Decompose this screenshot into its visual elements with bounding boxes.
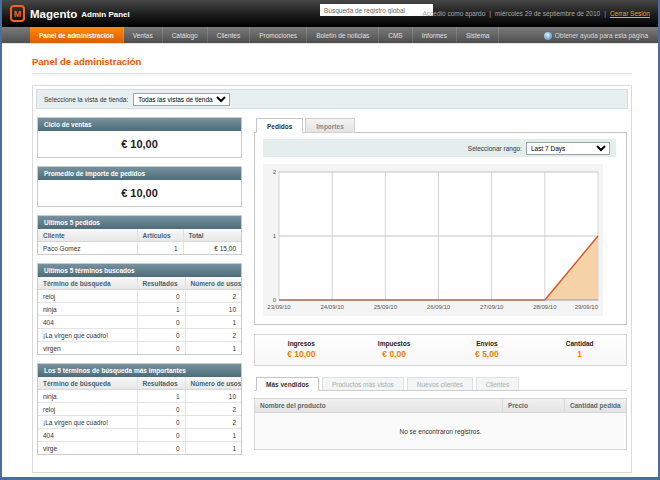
tab-orders[interactable]: Pedidos bbox=[256, 118, 303, 133]
column-header: Cliente bbox=[38, 229, 137, 242]
last-orders-table: Cliente Artículos Total Paco Gomez 1 € 1… bbox=[38, 229, 241, 254]
average-orders-value: € 10,00 bbox=[38, 180, 241, 206]
nav-item-sales[interactable]: Ventas bbox=[124, 27, 163, 43]
top-search-terms-card: Los 5 términos de búsqueda más important… bbox=[37, 363, 242, 455]
column-header: Número de usos bbox=[185, 377, 241, 390]
last-orders-card: Ultimos 5 pedidos Cliente Artículos Tota… bbox=[37, 215, 242, 255]
table-row[interactable]: virge 0 1 bbox=[38, 442, 241, 455]
header-user-info: Accedió como apardo | miércoles 29 de se… bbox=[422, 0, 650, 27]
left-column: Ciclo de ventas € 10,00 Promedio de impo… bbox=[37, 117, 242, 463]
store-switcher-bar: Seleccione la vista de tienda: Todas las… bbox=[36, 89, 628, 109]
svg-text:25/09/10: 25/09/10 bbox=[374, 304, 398, 310]
total-shipping: Envíos € 5,00 bbox=[441, 340, 534, 359]
table-row[interactable]: 404 0 1 bbox=[38, 316, 241, 329]
store-view-select[interactable]: Todas las vistas de tienda bbox=[133, 93, 230, 106]
column-header: Término de búsqueda bbox=[38, 277, 137, 290]
column-header: Total bbox=[183, 229, 241, 242]
separator: | bbox=[604, 10, 606, 17]
orders-chart: 01223/09/1024/09/1025/09/1026/09/1027/09… bbox=[263, 164, 616, 316]
svg-text:24/09/10: 24/09/10 bbox=[320, 304, 344, 310]
svg-text:27/09/10: 27/09/10 bbox=[480, 304, 504, 310]
column-header: Cantidad pedida bbox=[564, 399, 626, 412]
card-title: Los 5 términos de búsqueda más important… bbox=[38, 364, 241, 377]
dashboard-container: Seleccione la vista de tienda: Todas las… bbox=[32, 85, 632, 473]
column-header: Resultados bbox=[137, 277, 185, 290]
magento-admin-window: M Magento Admin Panel Accedió como apard… bbox=[0, 0, 660, 480]
table-row[interactable]: ninja 1 10 bbox=[38, 390, 241, 403]
content-area: Panel de administración Seleccione la vi… bbox=[2, 44, 658, 473]
grid-tabs: Más vendidos Productos más vistos Nuevos… bbox=[254, 377, 627, 391]
empty-records-message: No se encontraron registros. bbox=[255, 413, 626, 449]
help-globe-icon: ? bbox=[544, 32, 552, 40]
column-header: Nombre del producto bbox=[255, 399, 502, 412]
total-revenue: Ingresos € 10,00 bbox=[255, 340, 348, 359]
global-search-input[interactable] bbox=[320, 4, 433, 16]
svg-text:28/09/10: 28/09/10 bbox=[533, 304, 557, 310]
tab-bestsellers[interactable]: Más vendidos bbox=[256, 377, 319, 391]
column-header: Término de búsqueda bbox=[38, 377, 137, 390]
totals-box: Ingresos € 10,00 Impuestos € 0,00 Envíos… bbox=[254, 334, 627, 366]
card-title: Promedio de importe de pedidos bbox=[38, 167, 241, 180]
top-search-terms-table: Término de búsqueda Resultados Número de… bbox=[38, 377, 241, 454]
table-row[interactable]: ninja 1 10 bbox=[38, 303, 241, 316]
logout-link[interactable]: Cerrar Sesión bbox=[610, 10, 650, 17]
get-help-label: Obtener ayuda para esta página bbox=[555, 32, 648, 39]
card-title: Ultimos 5 pedidos bbox=[38, 216, 241, 229]
grid-header: Nombre del producto Precio Cantidad pedi… bbox=[255, 399, 626, 413]
right-column: Pedidos Importes Seleccionar rango: Last… bbox=[254, 117, 627, 463]
lifetime-sales-card: Ciclo de ventas € 10,00 bbox=[37, 117, 242, 158]
column-header: Precio bbox=[502, 399, 564, 412]
nav-item-promotions[interactable]: Promociones bbox=[250, 27, 307, 43]
nav-item-system[interactable]: Sistema bbox=[457, 27, 499, 43]
orders-area-chart: 01223/09/1024/09/1025/09/1026/09/1027/09… bbox=[263, 164, 603, 316]
tab-amounts[interactable]: Importes bbox=[305, 118, 354, 133]
chart-panel: Seleccionar rango: Last 7 Days 01223/09/… bbox=[254, 132, 627, 325]
nav-item-newsletter[interactable]: Boletín de noticias bbox=[307, 27, 379, 43]
table-row[interactable]: reloj 0 2 bbox=[38, 403, 241, 416]
svg-text:29/09/10: 29/09/10 bbox=[575, 304, 599, 310]
brand-name: Magento bbox=[30, 8, 77, 20]
svg-text:23/09/10: 23/09/10 bbox=[267, 304, 291, 310]
total-tax: Impuestos € 0,00 bbox=[348, 340, 441, 359]
average-orders-card: Promedio de importe de pedidos € 10,00 bbox=[37, 166, 242, 207]
table-row[interactable]: ¡La virgen que cuadro! 0 2 bbox=[38, 416, 241, 429]
column-header: Resultados bbox=[137, 377, 185, 390]
column-header: Artículos bbox=[137, 229, 183, 242]
total-quantity: Cantidad 1 bbox=[533, 340, 626, 359]
app-header: M Magento Admin Panel Accedió como apard… bbox=[2, 0, 658, 27]
tab-customers[interactable]: Clientes bbox=[476, 377, 519, 390]
nav-item-reports[interactable]: Informes bbox=[413, 27, 457, 43]
table-row[interactable]: reloj 0 2 bbox=[38, 290, 241, 303]
table-row[interactable]: 404 0 1 bbox=[38, 429, 241, 442]
last-search-terms-table: Término de búsqueda Resultados Número de… bbox=[38, 277, 241, 354]
nav-item-catalog[interactable]: Catálogo bbox=[163, 27, 208, 43]
logged-in-as-text: Accedió como apardo bbox=[422, 10, 485, 17]
bestsellers-grid: Nombre del producto Precio Cantidad pedi… bbox=[254, 398, 627, 450]
tab-new-customers[interactable]: Nuevos clientes bbox=[407, 377, 473, 390]
card-title: Ciclo de ventas bbox=[38, 118, 241, 131]
separator: | bbox=[489, 10, 491, 17]
brand-suffix: Admin Panel bbox=[81, 10, 129, 19]
lifetime-sales-value: € 10,00 bbox=[38, 131, 241, 157]
range-label: Seleccionar rango: bbox=[468, 145, 522, 152]
nav-item-cms[interactable]: CMS bbox=[379, 27, 412, 43]
magento-logo-icon: M bbox=[10, 5, 25, 22]
store-switcher-label: Seleccione la vista de tienda: bbox=[44, 96, 128, 103]
table-row[interactable]: Paco Gomez 1 € 15,00 bbox=[38, 242, 241, 255]
title-divider bbox=[32, 73, 632, 76]
nav-item-dashboard[interactable]: Panel de administración bbox=[30, 27, 124, 43]
last-search-terms-card: Ultimos 5 términos buscados Término de b… bbox=[37, 263, 242, 355]
range-selector-bar: Seleccionar rango: Last 7 Days bbox=[263, 139, 616, 157]
nav-item-customers[interactable]: Clientes bbox=[208, 27, 250, 43]
svg-text:26/09/10: 26/09/10 bbox=[427, 304, 451, 310]
chart-tabs: Pedidos Importes bbox=[254, 118, 627, 133]
table-row[interactable]: virgen 0 1 bbox=[38, 342, 241, 355]
column-header: Número de usos bbox=[185, 277, 241, 290]
card-title: Ultimos 5 términos buscados bbox=[38, 264, 241, 277]
current-date-text: miércoles 29 de septiembre de 2010 bbox=[495, 10, 600, 17]
range-select[interactable]: Last 7 Days bbox=[526, 142, 610, 155]
get-help-link[interactable]: ? Obtener ayuda para esta página bbox=[544, 27, 648, 44]
main-nav: Panel de administración Ventas Catálogo … bbox=[2, 27, 658, 44]
tab-most-viewed[interactable]: Productos más vistos bbox=[322, 377, 404, 390]
table-row[interactable]: ¡La virgen que cuadro! 0 2 bbox=[38, 329, 241, 342]
